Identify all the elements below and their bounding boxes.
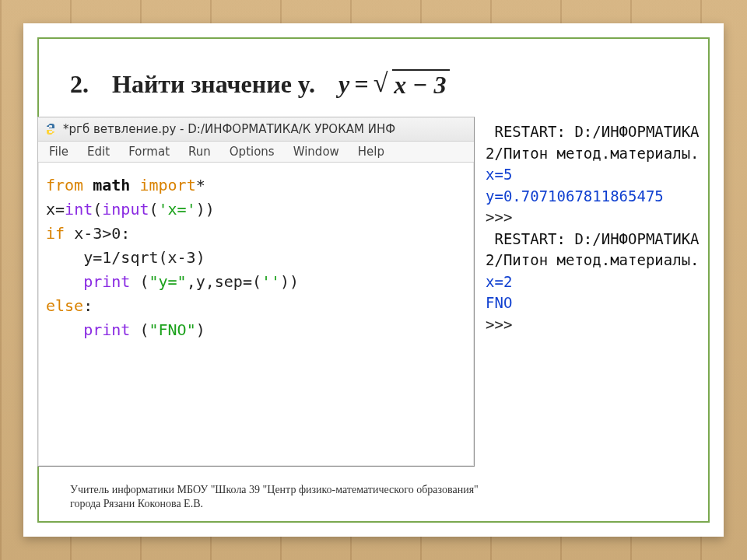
shell-restart: RESTART: D:/ИНФОРМАТИКА: [486, 230, 700, 247]
editor-menubar: File Edit Format Run Options Window Help: [38, 142, 474, 163]
footer-line2: города Рязани Коконова Е.В.: [70, 497, 677, 511]
paren-close: )): [196, 200, 215, 219]
kw-import: import: [139, 176, 195, 194]
shell-path: 2/Питон метод.материалы.: [486, 145, 700, 162]
indent: [46, 320, 83, 339]
shell-output-y: y=0.7071067811865475: [486, 187, 664, 205]
editor-title-text: *ргб ветвление.ру - D:/ИНФОРМАТИКА/К УРО…: [63, 122, 395, 136]
import-star: *: [196, 176, 205, 194]
slide-background: 2. Найти значение y. y = √ x − 3 *ргб ве…: [0, 0, 747, 560]
kw-else: else: [46, 296, 83, 315]
shell-prompt: >>>: [486, 316, 521, 333]
var-x: x=: [46, 200, 65, 219]
idle-editor-window: *ргб ветвление.ру - D:/ИНФОРМАТИКА/К УРО…: [37, 117, 475, 467]
slide-card: 2. Найти значение y. y = √ x − 3 *ргб ве…: [23, 23, 724, 537]
menu-format[interactable]: Format: [121, 142, 177, 161]
slide-formula: y = √ x − 3: [338, 69, 450, 100]
indent: [46, 272, 83, 291]
kw-if: if: [46, 224, 65, 243]
builtin-int: int: [65, 200, 93, 219]
builtin-print: print: [83, 272, 130, 291]
python-idle-icon: [44, 123, 57, 135]
slide-title-text: Найти значение y.: [112, 70, 315, 99]
paren: (: [149, 200, 158, 219]
slide-footer: Учитель информатики МБОУ "Школа 39 "Цент…: [70, 483, 677, 510]
menu-window[interactable]: Window: [286, 142, 347, 161]
menu-help[interactable]: Help: [350, 142, 392, 161]
paren: (: [130, 272, 149, 291]
shell-input-x: x=5: [486, 166, 512, 183]
formula-eq: =: [354, 70, 368, 99]
indent: [46, 248, 83, 267]
editor-titlebar: *ргб ветвление.ру - D:/ИНФОРМАТИКА/К УРО…: [38, 117, 474, 142]
string-empty: '': [261, 272, 280, 291]
slide-title: 2. Найти значение y. y = √ x − 3: [70, 67, 677, 101]
formula-lhs: y: [338, 70, 349, 99]
content-area: *ргб ветвление.ру - D:/ИНФОРМАТИКА/К УРО…: [37, 117, 710, 467]
formula-radicand: x − 3: [392, 69, 449, 100]
shell-prompt: >>>: [486, 208, 521, 226]
string-fno: "FNO": [149, 320, 195, 339]
string-y: "y=": [149, 272, 186, 291]
shell-path: 2/Питон метод.материалы.: [486, 251, 700, 268]
sqrt-icon: √: [374, 68, 388, 98]
string-xprompt: 'x=': [159, 200, 196, 219]
kw-from: from: [46, 176, 83, 194]
shell-output: RESTART: D:/ИНФОРМАТИКА 2/Питон метод.ма…: [475, 117, 710, 467]
menu-options[interactable]: Options: [222, 142, 282, 161]
colon: :: [83, 296, 93, 315]
paren: (: [93, 200, 102, 219]
assign-y: y=1/sqrt(x-3): [83, 248, 205, 267]
if-condition: x-3>0:: [65, 224, 130, 243]
menu-edit[interactable]: Edit: [79, 142, 117, 161]
code-area[interactable]: from math import* x=int(input('x=')) if …: [38, 163, 474, 466]
menu-run[interactable]: Run: [181, 142, 219, 161]
paren-close: ): [196, 320, 205, 339]
menu-file[interactable]: File: [41, 142, 76, 161]
footer-line1: Учитель информатики МБОУ "Школа 39 "Цент…: [70, 483, 677, 497]
builtin-print: print: [83, 320, 130, 339]
slide-number: 2.: [70, 70, 89, 99]
shell-restart: RESTART: D:/ИНФОРМАТИКА: [486, 123, 700, 140]
shell-output-fno: FNO: [486, 294, 512, 311]
paren: (: [130, 320, 149, 339]
module-math: math: [93, 176, 130, 194]
print-args: ,y,sep=(: [187, 272, 261, 291]
paren-close: )): [280, 272, 299, 291]
shell-input-x2: x=2: [486, 273, 512, 290]
builtin-input: input: [102, 200, 149, 219]
